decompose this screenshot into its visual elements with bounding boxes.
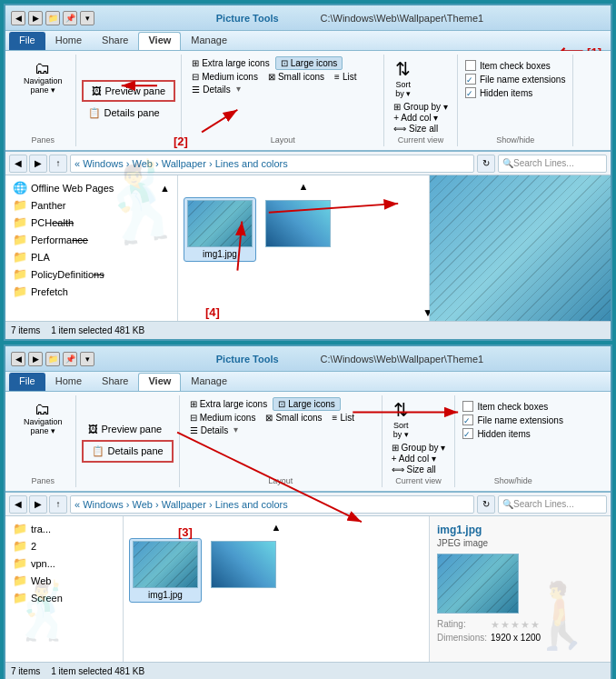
tab-manage-1[interactable]: Manage [181, 32, 237, 50]
list-btn-2[interactable]: ≡ List [328, 412, 359, 424]
item-check-boxes-cb-1[interactable] [465, 60, 476, 71]
item-check-boxes-cb-2[interactable] [462, 401, 473, 412]
back-addr-btn[interactable]: ◀ [9, 155, 27, 173]
sort-by-button-2[interactable]: ⇅ Sortby ▾ [388, 397, 414, 441]
up-addr-btn-2[interactable]: ↑ [49, 495, 67, 514]
small-icons-btn-2[interactable]: ⊠ Small icons [261, 412, 326, 424]
large-icons-btn-2[interactable]: ⊡ Large icons [273, 397, 341, 411]
scroll-up[interactable]: ▲ [184, 181, 423, 192]
details-pane-icon-2: 📋 [92, 445, 104, 457]
preview-pane-button-2[interactable]: 🖼 Preview pane [82, 421, 174, 437]
hidden-items-row-1: Hidden items [465, 87, 566, 98]
details-pane-button-2[interactable]: 📋 Details pane [85, 443, 170, 460]
forward-addr-btn[interactable]: ▶ [29, 155, 47, 173]
up-addr-btn[interactable]: ↑ [49, 155, 67, 173]
tree-item-0[interactable]: 🌐 Offline Web Pages ▲ [5, 179, 177, 196]
extra-large-icons-btn[interactable]: ⊞ Extra large icons [187, 56, 273, 70]
back-icon-2[interactable]: ◀ [11, 352, 25, 366]
file-name-ext-cb-1[interactable] [465, 74, 476, 85]
hidden-items-cb-2[interactable] [462, 428, 473, 439]
tab-file-1[interactable]: File [9, 32, 45, 50]
pin-icon[interactable]: 📌 [63, 11, 77, 25]
tree-item-pchealth[interactable]: 📁 PCHealth [5, 214, 177, 231]
search-box-2[interactable]: 🔍 Search Lines... [498, 495, 607, 514]
preview-pane-highlighted: 🖼 Preview pane [82, 80, 176, 102]
file-thumb-img2-2[interactable] [207, 538, 280, 603]
expand-icon[interactable]: ▾ [80, 11, 94, 25]
pin-icon-2[interactable]: 📌 [63, 352, 77, 366]
forward-addr-btn-2[interactable]: ▶ [29, 495, 47, 514]
nav-pane-button-2[interactable]: 🗂 Navigationpane ▾ [16, 397, 70, 439]
address-path-2[interactable]: « Windows › Web › Wallpaper › Lines and … [70, 495, 474, 514]
tree-item-panther[interactable]: 📁 Panther [5, 196, 177, 214]
layout-more-arrow[interactable]: ▾ [236, 84, 241, 95]
refresh-btn-2[interactable]: ↻ [477, 495, 495, 514]
size-all-col-btn-2[interactable]: ⟺ Size all [392, 464, 446, 474]
address-path-1[interactable]: « Windows › Web › Wallpaper › Lines and … [70, 155, 474, 173]
back-icon[interactable]: ◀ [11, 11, 25, 25]
medium-icons-btn[interactable]: ⊟ Medium icons [187, 71, 263, 83]
explorer-window-2: ◀ ▶ 📁 📌 ▾ Picture Tools C:\Windows\Web\W… [4, 344, 612, 679]
scroll-down[interactable]: ▼ [422, 306, 429, 319]
hidden-items-cb-1[interactable] [465, 87, 476, 98]
sort-by-button[interactable]: ⇅ Sortby ▾ [390, 56, 416, 100]
selection-info-1: 1 item selected 481 KB [51, 325, 144, 335]
tree-item-prefetch[interactable]: 📁 Prefetch [5, 283, 177, 300]
tree-item-2[interactable]: 📁 2 [5, 537, 123, 554]
file-thumb-img2[interactable] [262, 197, 334, 262]
tree-item-screen[interactable]: 📁 Screen [5, 589, 123, 606]
size-all-col-btn[interactable]: ⟺ Size all [393, 124, 448, 134]
folder-icon: 📁 [45, 11, 60, 25]
list-btn[interactable]: ≡ List [330, 71, 361, 83]
search-box-1[interactable]: 🔍 Search Lines... [498, 155, 607, 173]
tab-home-2[interactable]: Home [45, 373, 92, 391]
group-by-btn-2[interactable]: ⊞ Group by ▾ [392, 443, 446, 453]
group-by-btn[interactable]: ⊞ Group by ▾ [393, 102, 448, 112]
file-thumb-img1[interactable]: img1.jpg [184, 197, 256, 262]
back-addr-btn-2[interactable]: ◀ [9, 495, 27, 514]
file-thumb-img1-2[interactable]: img1.jpg [129, 538, 202, 603]
details-btn[interactable]: ☰ Details [187, 84, 235, 95]
tree-item-web[interactable]: 📁 Web [5, 572, 123, 589]
tab-share-2[interactable]: Share [92, 373, 138, 391]
details-btn-2[interactable]: ☰ Details [185, 424, 233, 436]
extra-large-icons-btn-2[interactable]: ⊞ Extra large icons [185, 397, 272, 411]
thumb-label-img1-2: img1.jpg [132, 590, 199, 600]
details-pane-button-1[interactable]: 📋 Details pane [82, 105, 176, 122]
panes-label-2: Panes [16, 474, 70, 485]
nav-pane-label-2: Navigationpane ▾ [24, 417, 63, 435]
explorer-window-1: ◀ ▶ 📁 📌 ▾ Picture Tools C:\Windows\Web\W… [4, 4, 612, 341]
layout-more-arrow-2[interactable]: ▾ [233, 424, 238, 436]
refresh-btn[interactable]: ↻ [477, 155, 495, 173]
tree-icon-0: 🌐 [13, 181, 27, 195]
tree-item-vpn[interactable]: 📁 vpn... [5, 554, 123, 572]
large-icons-btn[interactable]: ⊡ Large icons [275, 56, 343, 70]
tree-item-performance[interactable]: 📁 Performance [5, 231, 177, 248]
expand-icon-2[interactable]: ▾ [80, 352, 94, 366]
tab-home-1[interactable]: Home [45, 32, 92, 50]
add-column-btn-2[interactable]: + Add col ▾ [392, 454, 446, 464]
medium-icons-btn-2[interactable]: ⊟ Medium icons [185, 412, 261, 424]
nav-tree-2: 🕺 📁 tra... 📁 2 📁 vpn... 📁 Web [5, 516, 124, 662]
file-name-ext-cb-2[interactable] [462, 414, 473, 425]
tree-item-tra[interactable]: 📁 tra... [5, 520, 123, 537]
nav-pane-icon-2: 🗂 [35, 401, 51, 417]
tree-item-policy[interactable]: 📁 PolicyDefinitions [5, 265, 177, 283]
forward-icon-2[interactable]: ▶ [28, 352, 43, 366]
preview-pane-button-1[interactable]: 🖼 Preview pane [85, 83, 173, 99]
tab-view-1[interactable]: View [138, 32, 181, 50]
scroll-up-2[interactable]: ▲ [129, 522, 423, 533]
tree-item-pla[interactable]: 📁 PLA [5, 248, 177, 265]
thumb-img1-2 [133, 541, 198, 588]
nav-pane-button[interactable]: 🗂 Navigationpane ▾ [16, 56, 70, 98]
tab-manage-2[interactable]: Manage [181, 373, 237, 391]
rating-stars[interactable]: ★★★★★ [491, 619, 541, 631]
details-icon: ☰ [192, 85, 200, 95]
tab-share-1[interactable]: Share [92, 32, 138, 50]
add-column-btn[interactable]: + Add col ▾ [393, 113, 448, 123]
tab-view-2[interactable]: View [138, 373, 181, 391]
details-thumb-img [437, 554, 519, 614]
small-icons-btn[interactable]: ⊠ Small icons [263, 71, 329, 83]
tab-file-2[interactable]: File [9, 373, 45, 391]
forward-icon[interactable]: ▶ [28, 11, 43, 25]
